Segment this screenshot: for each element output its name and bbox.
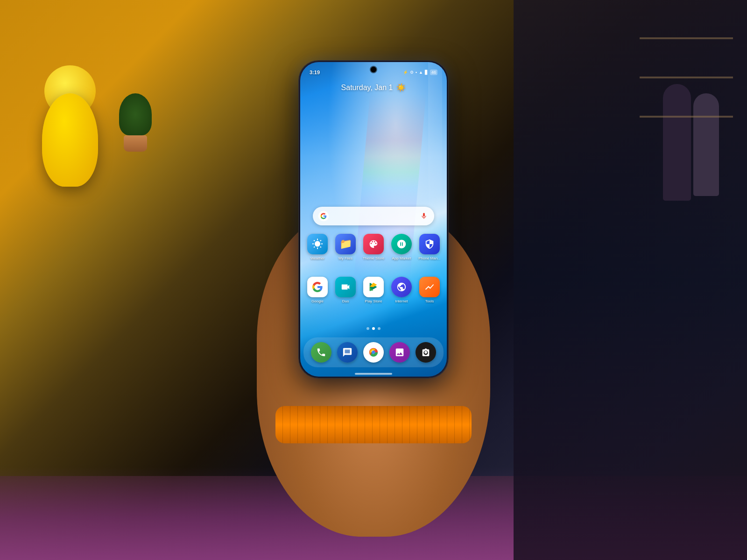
weather-icon bbox=[307, 234, 328, 254]
duo-label: Duo bbox=[342, 299, 349, 304]
app-google[interactable]: Google bbox=[305, 277, 330, 304]
hand-container: 3:19 ⚡ ⚙ ▪ ▲ ▊ 46 Saturday, Jan 1 ☀️ bbox=[210, 47, 537, 513]
app-internet[interactable]: Internet bbox=[389, 277, 414, 304]
google-icon bbox=[307, 277, 328, 297]
app-weather[interactable]: Weather bbox=[305, 234, 330, 261]
app-market-icon bbox=[391, 234, 412, 254]
tools-label: Tools bbox=[425, 299, 434, 304]
internet-icon bbox=[391, 277, 412, 297]
yellow-figure-body bbox=[42, 93, 98, 187]
phone-screen: 3:19 ⚡ ⚙ ▪ ▲ ▊ 46 Saturday, Jan 1 ☀️ bbox=[300, 62, 447, 377]
internet-label: Internet bbox=[395, 299, 408, 304]
phone-wrapper: 3:19 ⚡ ⚙ ▪ ▲ ▊ 46 Saturday, Jan 1 ☀️ bbox=[299, 61, 448, 378]
theme-store-icon bbox=[363, 234, 384, 254]
plant-pot bbox=[124, 135, 147, 152]
app-tools[interactable]: Tools bbox=[417, 277, 442, 304]
phone-frame: 3:19 ⚡ ⚙ ▪ ▲ ▊ 46 Saturday, Jan 1 ☀️ bbox=[299, 61, 448, 378]
navigation-bar bbox=[355, 373, 392, 375]
signal-icon: ▊ bbox=[425, 70, 428, 75]
shelf-3 bbox=[640, 116, 733, 118]
app-theme-store[interactable]: Theme Store bbox=[361, 234, 386, 261]
date-text: Saturday, Jan 1 ☀️ bbox=[341, 83, 406, 92]
tools-icon bbox=[419, 277, 440, 297]
mic-icon[interactable] bbox=[419, 211, 429, 221]
app-duo[interactable]: Duo bbox=[333, 277, 358, 304]
play-store-icon bbox=[363, 277, 384, 297]
app-files[interactable]: 📁 My Files bbox=[333, 234, 358, 261]
dock-chrome[interactable] bbox=[363, 342, 384, 363]
app-market-label: App Market bbox=[392, 256, 411, 261]
google-label: Google bbox=[311, 299, 324, 304]
duo-icon bbox=[335, 277, 356, 297]
bottom-dock bbox=[303, 337, 444, 367]
weather-sun-icon: ☀️ bbox=[396, 83, 406, 92]
dock-camera[interactable] bbox=[416, 342, 436, 363]
date-label: Saturday, Jan 1 bbox=[341, 84, 393, 92]
shelf-area bbox=[640, 37, 733, 271]
page-dot-indicators bbox=[366, 327, 381, 330]
settings-dot-icon: ⚙ bbox=[410, 70, 414, 75]
dock-phone[interactable] bbox=[311, 342, 331, 363]
theme-store-label: Theme Store bbox=[363, 256, 384, 261]
notification-icon: ▪ bbox=[416, 70, 417, 75]
shelf-1 bbox=[640, 37, 733, 39]
weather-label: Weather bbox=[310, 256, 324, 261]
dock-messages[interactable] bbox=[337, 342, 358, 363]
battery-indicator: 46 bbox=[430, 70, 437, 75]
date-weather-widget[interactable]: Saturday, Jan 1 ☀️ bbox=[341, 83, 406, 92]
status-time: 3:19 bbox=[310, 70, 320, 75]
yellow-figure-decoration bbox=[28, 56, 112, 205]
dock-gallery[interactable] bbox=[389, 342, 410, 363]
shelf-2 bbox=[640, 77, 733, 78]
app-app-market[interactable]: App Market bbox=[389, 234, 414, 261]
status-icons: ⚡ ⚙ ▪ ▲ ▊ 46 bbox=[403, 70, 437, 75]
google-g-icon bbox=[318, 211, 329, 221]
plant-leaves bbox=[119, 93, 152, 135]
dot-1 bbox=[366, 327, 369, 330]
camera-hole bbox=[371, 67, 376, 72]
bluetooth-icon: ⚡ bbox=[403, 70, 408, 75]
files-label: My Files bbox=[338, 256, 352, 261]
app-play-store[interactable]: Play Store bbox=[361, 277, 386, 304]
phone-manager-label: Phone Man... bbox=[418, 256, 441, 261]
dot-2-active bbox=[372, 327, 375, 330]
play-store-label: Play Store bbox=[365, 299, 382, 304]
app-row-2: Google Duo bbox=[305, 277, 442, 304]
wifi-icon: ▲ bbox=[419, 70, 423, 75]
files-icon: 📁 bbox=[335, 234, 356, 254]
bracelet-watch bbox=[275, 406, 472, 443]
app-phone-manager[interactable]: Phone Man... bbox=[417, 234, 442, 261]
plant-decoration bbox=[117, 93, 154, 149]
app-row-1: Weather 📁 My Files Theme Store bbox=[305, 234, 442, 261]
phone-manager-icon bbox=[419, 234, 440, 254]
google-search-bar[interactable] bbox=[313, 207, 434, 225]
dot-3 bbox=[378, 327, 381, 330]
